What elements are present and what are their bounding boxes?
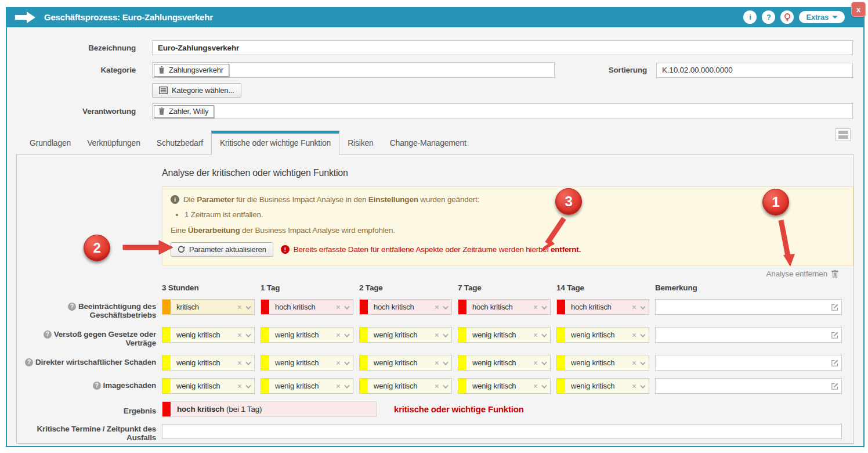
close-button[interactable]: x	[851, 2, 866, 17]
level-select[interactable]: wenig kritisch	[162, 327, 255, 343]
clear-icon[interactable]	[631, 330, 638, 340]
level-select[interactable]: wenig kritisch	[458, 355, 551, 371]
help-button[interactable]: ?	[762, 10, 775, 24]
bezeichnung-input[interactable]	[152, 40, 853, 55]
clear-icon[interactable]	[335, 358, 342, 368]
bemerkung-field[interactable]	[655, 355, 842, 371]
tab-risiken[interactable]: Risiken	[339, 133, 382, 154]
clear-icon[interactable]	[236, 382, 243, 391]
analyse-entfernen-link[interactable]: Analyse entfernen	[766, 269, 838, 278]
verantwortung-field[interactable]: Zahler, Willy	[152, 103, 853, 119]
verantwortung-chip[interactable]: Zahler, Willy	[154, 105, 214, 118]
clear-icon[interactable]	[236, 303, 243, 312]
clear-icon[interactable]	[433, 330, 440, 340]
info-button[interactable]: i	[743, 10, 757, 24]
edit-icon[interactable]	[829, 331, 841, 339]
level-select[interactable]: wenig kritisch	[556, 355, 649, 371]
chevron-down-icon[interactable]	[638, 330, 649, 340]
bemerkung-input[interactable]	[656, 379, 829, 393]
level-select[interactable]: hoch kritisch	[458, 299, 551, 315]
clear-icon[interactable]	[236, 358, 243, 368]
level-select[interactable]: wenig kritisch	[261, 378, 353, 394]
tab-kritische-funktion[interactable]: Kritische oder wichtige Funktion	[211, 131, 339, 155]
clear-icon[interactable]	[532, 303, 539, 312]
trash-icon[interactable]	[158, 66, 165, 74]
edit-icon[interactable]	[829, 359, 841, 367]
clear-icon[interactable]	[335, 330, 342, 340]
extras-button[interactable]: Extras	[799, 11, 845, 23]
tab-grundlagen[interactable]: Grundlagen	[21, 133, 79, 154]
tab-change-management[interactable]: Change-Management	[382, 133, 475, 154]
chevron-down-icon[interactable]	[342, 358, 353, 368]
bemerkung-field[interactable]	[655, 378, 842, 394]
hint-button[interactable]	[780, 10, 794, 24]
chevron-down-icon[interactable]	[243, 330, 254, 340]
clear-icon[interactable]	[532, 330, 539, 340]
clear-icon[interactable]	[631, 303, 638, 312]
sortierung-input[interactable]	[656, 63, 853, 78]
chevron-down-icon[interactable]	[638, 358, 649, 368]
clear-icon[interactable]	[433, 303, 440, 312]
bemerkung-input[interactable]	[656, 300, 829, 314]
chevron-down-icon[interactable]	[342, 302, 353, 312]
chevron-down-icon[interactable]	[440, 358, 451, 368]
level-select[interactable]: wenig kritisch	[359, 355, 452, 371]
level-select[interactable]: hoch kritisch	[359, 299, 452, 315]
chevron-down-icon[interactable]	[243, 302, 254, 312]
tab-schutzbedarf[interactable]: Schutzbedarf	[149, 133, 211, 154]
parameter-aktualisieren-button[interactable]: Parameter aktualisieren	[171, 242, 273, 257]
level-select[interactable]: wenig kritisch	[556, 378, 649, 394]
clear-icon[interactable]	[236, 330, 243, 340]
clear-icon[interactable]	[631, 382, 638, 391]
level-select[interactable]: hoch kritisch	[261, 299, 353, 315]
clear-icon[interactable]	[335, 382, 342, 391]
level-select[interactable]: wenig kritisch	[162, 378, 255, 394]
help-icon[interactable]	[93, 382, 101, 390]
help-icon[interactable]	[68, 303, 76, 311]
chevron-down-icon[interactable]	[539, 358, 550, 368]
kategorie-chip[interactable]: Zahlungsverkehr	[154, 64, 229, 77]
level-select[interactable]: wenig kritisch	[359, 378, 452, 394]
chevron-down-icon[interactable]	[342, 330, 353, 340]
clear-icon[interactable]	[433, 358, 440, 368]
chevron-down-icon[interactable]	[539, 302, 550, 312]
kategorie-field[interactable]: Zahlungsverkehr	[152, 62, 555, 78]
level-select[interactable]: wenig kritisch	[261, 327, 353, 343]
chevron-down-icon[interactable]	[440, 330, 451, 340]
trash-icon[interactable]	[158, 107, 165, 115]
chevron-down-icon[interactable]	[440, 302, 451, 312]
bemerkung-input[interactable]	[656, 328, 829, 342]
kategorie-waehlen-button[interactable]: Kategorie wählen...	[152, 83, 241, 98]
clear-icon[interactable]	[532, 382, 539, 391]
termine-input[interactable]	[162, 424, 842, 439]
edit-icon[interactable]	[829, 382, 841, 390]
chevron-down-icon[interactable]	[539, 381, 550, 391]
chevron-down-icon[interactable]	[539, 330, 550, 340]
level-select[interactable]: kritisch	[162, 299, 255, 315]
level-select[interactable]: wenig kritisch	[261, 355, 353, 371]
chevron-down-icon[interactable]	[638, 302, 649, 312]
chevron-down-icon[interactable]	[440, 381, 451, 391]
tab-verknuepfungen[interactable]: Verknüpfungen	[79, 133, 149, 154]
chevron-down-icon[interactable]	[243, 358, 254, 368]
level-select[interactable]: hoch kritisch	[556, 299, 649, 315]
bemerkung-field[interactable]	[655, 299, 842, 315]
help-icon[interactable]	[44, 330, 52, 339]
clear-icon[interactable]	[532, 358, 539, 368]
clear-icon[interactable]	[335, 303, 342, 312]
chevron-down-icon[interactable]	[638, 381, 649, 391]
chevron-down-icon[interactable]	[243, 381, 254, 391]
bemerkung-field[interactable]	[655, 327, 842, 343]
level-select[interactable]: wenig kritisch	[359, 327, 452, 343]
edit-icon[interactable]	[829, 303, 841, 311]
level-select[interactable]: wenig kritisch	[458, 378, 551, 394]
help-icon[interactable]	[25, 358, 33, 366]
level-select[interactable]: wenig kritisch	[458, 327, 551, 343]
bemerkung-input[interactable]	[656, 355, 829, 370]
collapse-panel-button[interactable]	[836, 128, 851, 141]
clear-icon[interactable]	[631, 358, 638, 368]
clear-icon[interactable]	[433, 382, 440, 391]
level-select[interactable]: wenig kritisch	[162, 355, 255, 371]
level-select[interactable]: wenig kritisch	[556, 327, 649, 343]
chevron-down-icon[interactable]	[342, 381, 353, 391]
